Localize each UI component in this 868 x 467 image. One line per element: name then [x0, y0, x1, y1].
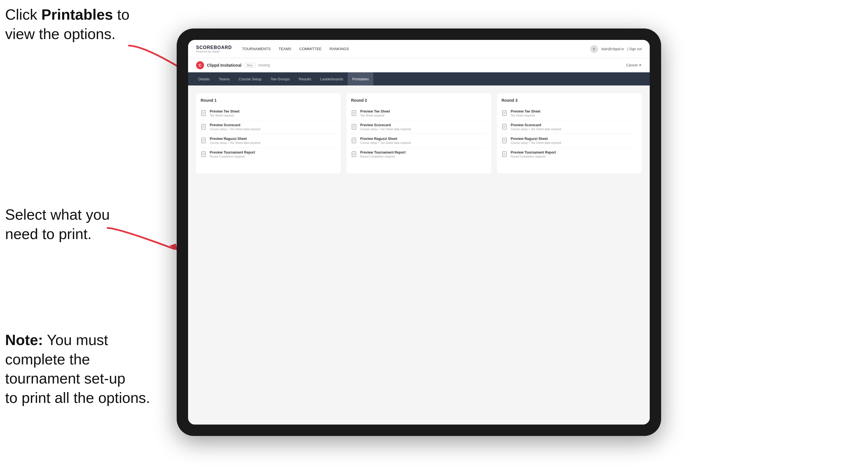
round2-report-name: Preview Tournament Report: [360, 150, 405, 154]
tournament-tag: Men: [244, 63, 255, 67]
document-icon-3: [200, 137, 207, 144]
tablet-device: SCOREBOARD Powered by clippd TOURNAMENTS…: [177, 29, 661, 436]
round1-scorecard-sub: Course setup + Tee Sheet data required: [210, 128, 260, 131]
round3-raguzzi-name: Preview Raguzzi Sheet: [510, 137, 561, 141]
tab-tee-groups[interactable]: Tee Groups: [266, 72, 294, 86]
document-icon-9: [501, 110, 508, 116]
round3-tee-sheet-sub: Tee Sheet required: [510, 114, 540, 117]
round3-report-name: Preview Tournament Report: [510, 150, 556, 154]
nav-link-rankings[interactable]: RANKINGS: [330, 45, 349, 52]
user-avatar: B: [590, 45, 598, 53]
tablet-screen: SCOREBOARD Powered by clippd TOURNAMENTS…: [188, 40, 650, 425]
round3-tournament-report[interactable]: Preview Tournament Report Round Completi…: [501, 148, 637, 161]
instruction-top: Click Printables toview the options.: [5, 5, 129, 43]
instruction-mid: Select what youneed to print.: [5, 205, 110, 244]
document-icon-10: [501, 124, 508, 130]
round2-report-sub: Round Completion required: [360, 155, 405, 158]
round-2-title: Round 2: [351, 98, 487, 102]
round-1-title: Round 1: [200, 98, 336, 102]
tab-results[interactable]: Results: [294, 72, 316, 86]
round1-tee-sheet-sub: Tee Sheet required: [210, 114, 240, 117]
round2-scorecard-sub: Course setup + Tee Sheet data required: [360, 128, 411, 131]
round3-raguzzi-sub: Course setup + Tee Sheet data required: [510, 141, 561, 145]
nav-link-teams[interactable]: TEAMS: [279, 45, 291, 52]
round3-scorecard-sub: Course setup + Tee Sheet data required: [510, 128, 561, 131]
tab-teams[interactable]: Teams: [214, 72, 234, 86]
round3-raguzzi[interactable]: Preview Raguzzi Sheet Course setup + Tee…: [501, 134, 637, 148]
document-icon: [200, 110, 207, 116]
document-icon-8: [351, 151, 358, 157]
round1-scorecard-name: Preview Scorecard: [210, 123, 260, 127]
round2-scorecard-name: Preview Scorecard: [360, 123, 411, 127]
tab-details[interactable]: Details: [194, 72, 214, 86]
tournament-name: Clippd Invitational: [207, 63, 241, 67]
round3-tee-sheet[interactable]: Preview Tee Sheet Tee Sheet required: [501, 106, 637, 120]
tournament-status: Hosting: [258, 63, 270, 67]
round3-tee-sheet-name: Preview Tee Sheet: [510, 110, 540, 114]
document-icon-2: [200, 124, 207, 130]
round3-scorecard[interactable]: Preview Scorecard Course setup + Tee She…: [501, 120, 637, 134]
document-icon-6: [351, 124, 358, 130]
round1-report-name: Preview Tournament Report: [210, 150, 255, 154]
round-3-column: Round 3 Preview Tee Sheet Tee Sheet requ…: [497, 93, 642, 173]
top-nav-right: B blair@clippd.io | Sign out: [590, 45, 642, 53]
round2-tee-sheet[interactable]: Preview Tee Sheet Tee Sheet required: [351, 106, 487, 120]
logo-sub: Powered by clippd: [196, 50, 232, 53]
document-icon-5: [351, 110, 358, 116]
rounds-container: Round 1 Preview Tee Sheet Tee Sheet requ…: [196, 93, 642, 173]
main-content: Round 1 Preview Tee Sheet Tee Sheet requ…: [188, 86, 650, 425]
round3-scorecard-name: Preview Scorecard: [510, 123, 561, 127]
instruction-bottom: Note: You mustcomplete thetournament set…: [5, 331, 150, 407]
round2-scorecard[interactable]: Preview Scorecard Course setup + Tee She…: [351, 120, 487, 134]
round2-raguzzi-name: Preview Raguzzi Sheet: [360, 137, 411, 141]
nav-link-committee[interactable]: COMMITTEE: [300, 45, 322, 52]
round2-raguzzi-sub: Course setup + Tee Sheet data required: [360, 141, 411, 145]
round1-tee-sheet-name: Preview Tee Sheet: [210, 110, 240, 114]
instruction-bold-printables: Printables: [41, 6, 113, 23]
instruction-note-label: Note:: [5, 332, 43, 348]
tournament-bar: C Clippd Invitational Men Hosting Cancel…: [188, 58, 650, 72]
round1-raguzzi-sub: Course setup + Tee Sheet data required: [210, 141, 260, 145]
sign-out-link[interactable]: | Sign out: [627, 47, 642, 51]
round2-tee-sheet-name: Preview Tee Sheet: [360, 110, 390, 114]
arrow-mid-icon: [101, 222, 181, 256]
top-nav: SCOREBOARD Powered by clippd TOURNAMENTS…: [188, 40, 650, 58]
round1-scorecard[interactable]: Preview Scorecard Course setup + Tee She…: [200, 120, 336, 134]
round-3-title: Round 3: [501, 98, 637, 102]
round-2-column: Round 2 Preview Tee Sheet Tee Sheet requ…: [346, 93, 491, 173]
document-icon-12: [501, 151, 508, 157]
tab-course-setup[interactable]: Course Setup: [234, 72, 266, 86]
round2-raguzzi[interactable]: Preview Raguzzi Sheet Course setup + Tee…: [351, 134, 487, 148]
user-email: blair@clippd.io: [601, 47, 624, 51]
cancel-button[interactable]: Cancel ✕: [626, 63, 642, 67]
round1-tournament-report[interactable]: Preview Tournament Report Round Completi…: [200, 148, 336, 161]
nav-link-tournaments[interactable]: TOURNAMENTS: [242, 45, 271, 52]
top-nav-links: TOURNAMENTS TEAMS COMMITTEE RANKINGS: [242, 45, 590, 52]
round-1-column: Round 1 Preview Tee Sheet Tee Sheet requ…: [196, 93, 341, 173]
round1-raguzzi[interactable]: Preview Raguzzi Sheet Course setup + Tee…: [200, 134, 336, 148]
round1-raguzzi-name: Preview Raguzzi Sheet: [210, 137, 260, 141]
tab-bar: Details Teams Course Setup Tee Groups Re…: [188, 72, 650, 86]
tab-printables[interactable]: Printables: [348, 72, 373, 86]
round1-tee-sheet[interactable]: Preview Tee Sheet Tee Sheet required: [200, 106, 336, 120]
document-icon-4: [200, 151, 207, 157]
tab-leaderboards[interactable]: Leaderboards: [316, 72, 348, 86]
round2-tournament-report[interactable]: Preview Tournament Report Round Completi…: [351, 148, 487, 161]
logo-title: SCOREBOARD: [196, 45, 232, 50]
document-icon-11: [501, 137, 508, 144]
tournament-logo: C: [196, 61, 204, 69]
document-icon-7: [351, 137, 358, 144]
round3-report-sub: Round Completion required: [510, 155, 556, 158]
round2-tee-sheet-sub: Tee Sheet required: [360, 114, 390, 117]
logo-area: SCOREBOARD Powered by clippd: [196, 45, 232, 53]
round1-report-sub: Round Completion required: [210, 155, 255, 158]
